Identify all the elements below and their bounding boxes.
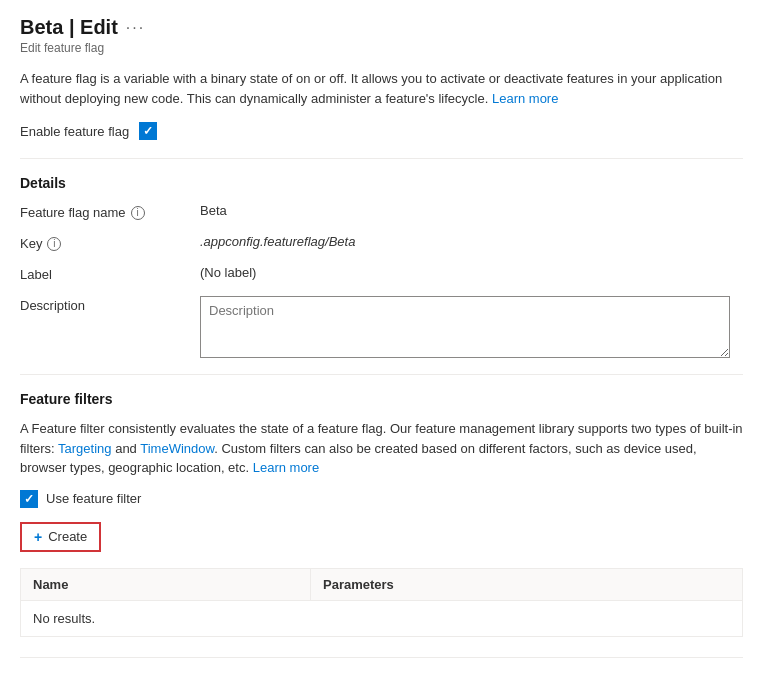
create-button[interactable]: + Create bbox=[20, 522, 101, 552]
intro-text: A feature flag is a variable with a bina… bbox=[20, 69, 743, 108]
details-section-title: Details bbox=[20, 175, 743, 191]
label-row: Label (No label) bbox=[20, 265, 743, 282]
divider-2 bbox=[20, 374, 743, 375]
use-feature-filter-label: Use feature filter bbox=[46, 491, 141, 506]
divider-1 bbox=[20, 158, 743, 159]
page-subtitle: Edit feature flag bbox=[20, 41, 743, 55]
table-col-params-header: Parameters bbox=[311, 569, 692, 600]
plus-icon: + bbox=[34, 529, 42, 545]
table-col-name-header: Name bbox=[21, 569, 311, 600]
timewindow-highlight: TimeWindow bbox=[140, 441, 214, 456]
use-feature-filter-row: Use feature filter bbox=[20, 490, 743, 508]
description-label: Description bbox=[20, 296, 200, 313]
description-row: Description bbox=[20, 296, 743, 358]
enable-feature-flag-checkbox[interactable] bbox=[139, 122, 157, 140]
feature-flag-name-info-icon[interactable]: i bbox=[131, 206, 145, 220]
description-input[interactable] bbox=[200, 296, 730, 358]
feature-filters-desc: A Feature filter consistently evaluates … bbox=[20, 419, 743, 478]
key-value: .appconfig.featureflag/Beta bbox=[200, 234, 355, 249]
page-title: Beta | Edit bbox=[20, 16, 118, 39]
filters-table: Name Parameters No results. bbox=[20, 568, 743, 637]
feature-filters-section-title: Feature filters bbox=[20, 391, 743, 407]
key-label: Key i bbox=[20, 234, 200, 251]
label-value: (No label) bbox=[200, 265, 256, 280]
table-header: Name Parameters bbox=[21, 569, 742, 601]
key-info-icon[interactable]: i bbox=[47, 237, 61, 251]
ellipsis-menu[interactable]: ··· bbox=[126, 19, 145, 37]
intro-learn-more-link[interactable]: Learn more bbox=[492, 91, 558, 106]
table-col-actions-header bbox=[692, 569, 742, 600]
use-feature-filter-checkbox[interactable] bbox=[20, 490, 38, 508]
feature-flag-name-label: Feature flag name i bbox=[20, 203, 200, 220]
key-row: Key i .appconfig.featureflag/Beta bbox=[20, 234, 743, 251]
enable-feature-flag-row: Enable feature flag bbox=[20, 122, 743, 140]
feature-flag-name-value: Beta bbox=[200, 203, 227, 218]
targeting-highlight: Targeting bbox=[58, 441, 111, 456]
footer-bar: Apply Discard bbox=[20, 657, 743, 674]
create-button-label: Create bbox=[48, 529, 87, 544]
enable-label: Enable feature flag bbox=[20, 124, 129, 139]
table-empty-message: No results. bbox=[21, 601, 742, 636]
feature-flag-name-row: Feature flag name i Beta bbox=[20, 203, 743, 220]
feature-filters-learn-more-link[interactable]: Learn more bbox=[253, 460, 319, 475]
label-label: Label bbox=[20, 265, 200, 282]
